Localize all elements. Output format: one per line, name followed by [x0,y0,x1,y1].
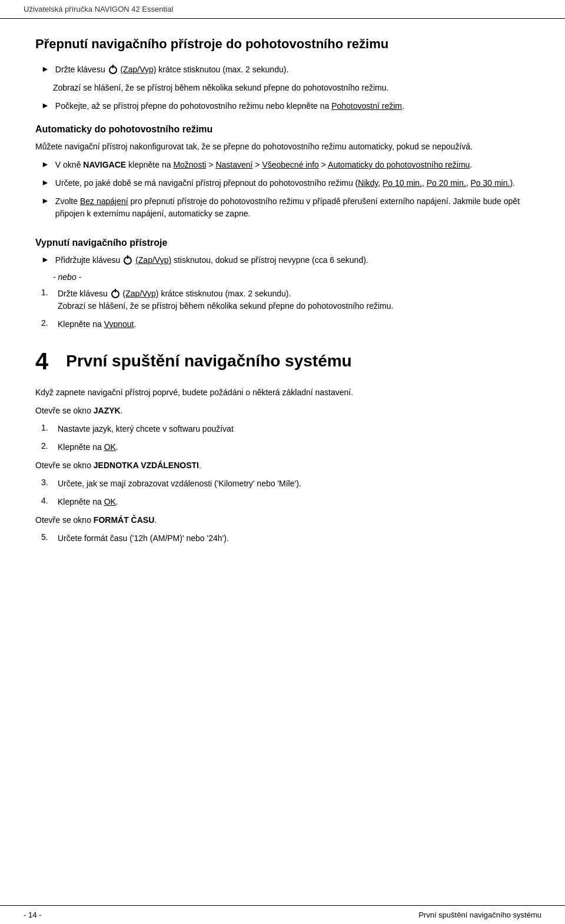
header-text: Uživatelská příručka NAVIGON 42 Essentia… [24,5,173,14]
step1-content: Držte klávesu (Zap/Vyp) krátce stisknuto… [58,288,530,312]
section1-bullet1-before: Držte klávesu [55,65,105,74]
chapter4-step2: 2. Klepněte na OK. [35,441,530,453]
ch4-s2-link: OK [104,442,116,452]
page-wrapper: Uživatelská příručka NAVIGON 42 Essentia… [0,0,565,924]
sub1-b1-link4: Automaticky do pohotovostního režimu [328,160,470,169]
ch4-s4-before: Klepněte na [58,497,104,506]
section1-bullet1-after: krátce stisknutou (max. 2 sekundu). [158,65,288,74]
sub1-b3-before: Zvolte [55,196,80,206]
page-header: Uživatelská příručka NAVIGON 42 Essentia… [0,0,565,19]
ch4-w3-name: FORMÁT ČASU [94,515,154,525]
section1-bullet1-content: Držte klávesu (Zap/Vyp) krátce stisknuto… [55,64,530,76]
power-icon-3 [111,290,119,298]
chapter4-step3: 3. Určete, jak se mají zobrazovat vzdále… [35,478,530,490]
sec2-n2-link: Vypnout [104,319,134,329]
ch4-step1-content: Nastavte jazyk, který chcete v softwaru … [58,423,530,435]
ch4-w3-before: Otevře se okno [35,515,94,525]
step2-content: Klepněte na Vypnout. [58,318,530,331]
subsection1-bullet3-content: Zvolte Bez napájení pro přepnutí přístro… [55,195,530,220]
bullet-arrow-2: ► [41,101,49,110]
ch4-step5-content: Určete formát času ('12h (AM/PM)' nebo '… [58,532,530,545]
section2-step2: 2. Klepněte na Vypnout. [35,318,530,331]
section2-bullet1: ► Přidržujte klávesu (Zap/Vyp) stisknuto… [35,254,530,266]
sec2-n1-after: krátce stisknutou (max. 2 sekundu). [161,289,291,298]
or-text: - nebo - [35,272,530,282]
bullet-arrow-4: ► [41,178,49,187]
page-footer: - 14 - První spuštění navigačního systém… [0,905,565,924]
sub1-b1-end: . [470,160,472,169]
subsection1-para: Můžete navigační přístroj nakonfigurovat… [35,141,530,153]
footer-left: - 14 - [24,910,41,919]
sub1-b1-link3: Všeobecné info [262,160,319,169]
ch4-step3-content: Určete, jak se mají zobrazovat vzdálenos… [58,478,530,490]
subsection1-bullet1-content: V okně NAVIGACE klepněte na Možnosti > N… [55,159,530,171]
section2-step1: 1. Držte klávesu (Zap/Vyp) krátce stiskn… [35,288,530,312]
sec2-b1-before: Přidržujte klávesu [55,255,121,265]
sub1-b1-sep1: > [206,160,215,169]
sub1-b1-before: V okně [55,160,83,169]
section1-para1-block: Zobrazí se hlášení, že se přístroj během… [35,82,530,94]
subsection1-title: Automaticky do pohotovostního režimu [35,124,530,135]
section1-bullet2: ► Počkejte, až se přístroj přepne do poh… [35,100,530,112]
bullet-arrow-3: ► [41,159,49,169]
ch4-s4-after: . [116,497,118,506]
ch4-s4-link: OK [104,497,116,506]
section1-bullet1-link: (Zap/Vyp) [120,65,156,74]
chapter4-window2: Otevře se okno JEDNOTKA VZDÁLENOSTI. [35,459,530,472]
ch4-s2-before: Klepněte na [58,442,104,452]
sub1-b2-link3: Po 20 min. [427,178,466,188]
section1-bullet2-link: Pohotovostní režim [331,101,402,111]
sec2-n1-before: Držte klávesu [58,289,108,298]
bullet-arrow-5: ► [41,196,49,205]
chapter4-step1: 1. Nastavte jazyk, který chcete v softwa… [35,423,530,435]
chapter4-intro: Když zapnete navigační přístroj poprvé, … [35,386,530,399]
sub1-b1-mid: klepněte na [126,160,173,169]
chapter4-window3: Otevře se okno FORMÁT ČASU. [35,514,530,526]
sec2-n2-after: . [134,319,136,329]
section1-title: Přepnutí navigačního přístroje do pohoto… [35,36,530,52]
ch4-step5-label: 5. [41,532,53,542]
sec2-n2-before: Klepněte na [58,319,104,329]
sub1-b1-link2: Nastavení [215,160,252,169]
subsection1-bullet1: ► V okně NAVIGACE klepněte na Možnosti >… [35,159,530,171]
chapter4-step5: 5. Určete formát času ('12h (AM/PM)' neb… [35,532,530,545]
ch4-w2-name: JEDNOTKA VZDÁLENOSTI [94,461,199,470]
power-icon-2 [124,256,132,265]
chapter4-step4: 4. Klepněte na OK. [35,496,530,508]
ch4-w1-after: . [121,406,123,415]
bullet-arrow-1: ► [41,64,49,74]
chapter4-window1: Otevře se okno JAZYK. [35,405,530,417]
subsection1-bullet2: ► Určete, po jaké době se má navigační p… [35,177,530,189]
ch4-step2-label: 2. [41,441,53,451]
sec2-b1-after: stisknutou, dokud se přístroj nevypne (c… [174,255,368,265]
chapter4-number: 4 [35,348,48,375]
sec2-n1-link: (Zap/Vyp) [123,289,159,298]
ch4-w3-after: . [154,515,157,525]
ch4-step1-label: 1. [41,423,53,432]
sub1-b2-link1: Nikdy [358,178,378,188]
sec2-n1-sub: Zobrazí se hlášení, že se přístroj během… [58,301,393,311]
chapter4-title: První spuštění navigačního systému [66,351,351,372]
footer-right: První spuštění navigačního systému [418,910,541,919]
section2-title: Vypnutí navigačního přístroje [35,238,530,248]
chapter4-header: 4 První spuštění navigačního systému [35,348,530,375]
sub1-b3-link: Bez napájení [80,196,128,206]
section1-bullet2-before: Počkejte, až se přístroj přepne do pohot… [55,101,329,111]
ch4-step4-content: Klepněte na OK. [58,496,530,508]
ch4-w1-before: Otevře se okno [35,406,94,415]
bullet-arrow-6: ► [41,255,49,264]
sub1-b2-link4: Po 30 min. [470,178,510,188]
section1-bullet1: ► Držte klávesu (Zap/Vyp) krátce stisknu… [35,64,530,76]
ch4-step3-label: 3. [41,478,53,487]
section1-bullet2-content: Počkejte, až se přístroj přepne do pohot… [55,100,530,112]
section2-bullet1-content: Přidržujte klávesu (Zap/Vyp) stisknutou,… [55,254,530,266]
ch4-s2-after: . [116,442,118,452]
section1-para1: Zobrazí se hlášení, že se přístroj během… [53,82,530,94]
page-content: Přepnutí navigačního přístroje do pohoto… [0,19,565,586]
ch4-w2-before: Otevře se okno [35,461,94,470]
step1-label: 1. [41,288,53,297]
sub1-b1-link1: Možnosti [173,160,206,169]
sub1-b1-sep3: > [319,160,328,169]
sub1-b1-sep2: > [252,160,262,169]
ch4-w2-after: . [199,461,201,470]
